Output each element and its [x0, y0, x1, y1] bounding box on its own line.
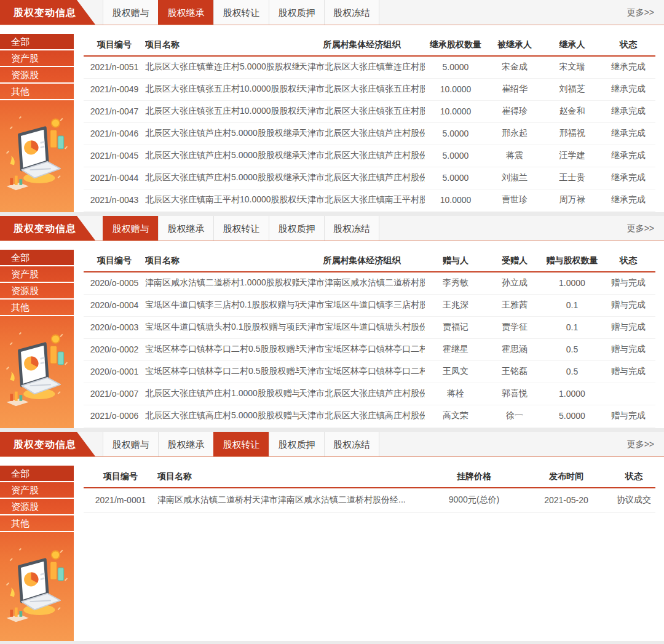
tab-equity-freeze[interactable]: 股权冻结	[324, 216, 379, 241]
table-row[interactable]: 2020/o-0001宝坻区林亭口镇林亭口二村0.5股股权赠与...天津市宝坻区…	[84, 360, 655, 383]
transfer-table: 项目编号项目名称挂牌价格发布时间状态 2021/m-0001津南区咸水沽镇二道桥…	[84, 466, 655, 513]
tab-equity-inheritance[interactable]: 股权继承	[158, 0, 213, 25]
sidebar-item-resource-shares[interactable]: 资源股	[0, 283, 74, 300]
tab-group: 股权赠与 股权继承 股权转让 股权质押 股权冻结	[103, 432, 379, 456]
table-cell: 继承完成	[601, 122, 655, 145]
tab-equity-pledge[interactable]: 股权质押	[269, 432, 324, 456]
sidebar-item-asset-shares[interactable]: 资产股	[0, 266, 74, 283]
tab-equity-gift[interactable]: 股权赠与	[103, 216, 158, 241]
tab-equity-freeze[interactable]: 股权冻结	[324, 432, 379, 456]
table-cell: 蒋震	[486, 145, 543, 167]
table-cell: 崔得珍	[486, 100, 543, 122]
table-cell: 天津市宝坻区林亭口镇林亭口二村...	[299, 360, 425, 383]
tab-equity-inheritance[interactable]: 股权继承	[158, 216, 213, 241]
table-cell: 天津市北辰区大张庄镇高庄村股份...	[299, 405, 425, 427]
tab-equity-pledge[interactable]: 股权质押	[269, 216, 324, 241]
sidebar-item-asset-shares[interactable]: 资产股	[0, 50, 74, 67]
table-cell: 2021/n-0047	[84, 100, 145, 122]
table-row[interactable]: 2021/o-0006北辰区大张庄镇高庄村5.0000股股权赠与...天津市北辰…	[84, 405, 655, 427]
table-cell: 天津市北辰区大张庄镇张五庄村股...	[299, 100, 425, 122]
more-link[interactable]: 更多>>	[627, 432, 654, 457]
sidebar-item-resource-shares[interactable]: 资源股	[0, 499, 74, 515]
table-cell: 2021/o-0007	[84, 383, 145, 405]
table-cell: 北辰区大张庄镇张五庄村10.0000股股权继...	[145, 100, 299, 122]
table-cell: 津南区咸水沽镇二道桥村1.0000股股权赠...	[145, 272, 299, 294]
table-row[interactable]: 2021/n-0049北辰区大张庄镇张五庄村10.0000股股权继...天津市北…	[84, 78, 655, 100]
table-cell: 赠与完成	[601, 338, 655, 360]
table-row[interactable]: 2021/n-0051北辰区大张庄镇董连庄村5.0000股股权继...天津市北辰…	[84, 56, 655, 78]
sidebar-item-asset-shares[interactable]: 资产股	[0, 482, 74, 499]
table-row[interactable]: 2021/n-0047北辰区大张庄镇张五庄村10.0000股股权继...天津市北…	[84, 100, 655, 122]
table-cell: 天津市宝坻区牛道口镇李三店村股...	[299, 294, 425, 316]
panel-equity-inheritance: 股权变动信息 股权赠与 股权继承 股权转让 股权质押 股权冻结 更多>> 全部 …	[0, 0, 664, 212]
column-header: 继承股权数量	[425, 34, 486, 56]
sidebar-item-all[interactable]: 全部	[0, 250, 74, 266]
sidebar-item-other[interactable]: 其他	[0, 300, 74, 316]
sidebar-item-all[interactable]: 全部	[0, 34, 74, 50]
column-header: 项目名称	[145, 250, 299, 272]
panel-equity-transfer: 股权变动信息 股权赠与 股权继承 股权转让 股权质押 股权冻结 更多>> 全部 …	[0, 432, 664, 641]
table-cell: 2021/m-0001	[84, 488, 157, 512]
table-cell: 赵金和	[543, 100, 601, 122]
table-cell: 宝坻区林亭口镇林亭口二村0.5股股权赠与...	[145, 360, 299, 383]
tab-equity-freeze[interactable]: 股权冻结	[324, 0, 379, 25]
table-cell: 贾福记	[425, 316, 486, 338]
tab-equity-pledge[interactable]: 股权质押	[269, 0, 324, 25]
table-row[interactable]: 2021/m-0001津南区咸水沽镇二道桥村天津市津南区咸水沽镇二道桥村股份经.…	[84, 488, 655, 512]
table-row[interactable]: 2021/n-0045北辰区大张庄镇芦庄村5.0000股股权继承...天津市北辰…	[84, 145, 655, 167]
laptop-chart-illustration	[2, 544, 72, 638]
table-cell: 1.0000	[543, 272, 601, 294]
table-cell: 2021/n-0044	[84, 167, 145, 189]
tab-equity-gift[interactable]: 股权赠与	[103, 432, 158, 456]
table-cell: 崔绍华	[486, 78, 543, 100]
table-cell: 天津市北辰区大张庄镇张五庄村股...	[299, 78, 425, 100]
inheritance-table: 项目编号项目名称所属村集体经济组织继承股权数量被继承人继承人状态 2021/n-…	[84, 34, 655, 212]
table-cell: 天津市北辰区大张庄镇芦庄村股份...	[299, 383, 425, 405]
tab-equity-inheritance[interactable]: 股权继承	[158, 432, 213, 456]
table-row[interactable]: 2021/o-0007北辰区大张庄镇芦庄村1.0000股股权赠与...天津市北辰…	[84, 383, 655, 405]
table-cell: 王士贵	[543, 167, 601, 189]
sidebar-illustration-area	[0, 316, 74, 424]
column-header: 状态	[612, 466, 655, 488]
tab-equity-transfer[interactable]: 股权转让	[213, 0, 269, 25]
table-cell: 赠与完成	[601, 272, 655, 294]
column-header: 赠与股权数量	[543, 250, 601, 272]
gift-table: 项目编号项目名称所属村集体经济组织赠与人受赠人赠与股权数量状态 2020/o-0…	[84, 250, 655, 427]
table-cell: 继承完成	[601, 145, 655, 167]
table-cell: 刘福芝	[543, 78, 601, 100]
table-row[interactable]: 2020/o-0005津南区咸水沽镇二道桥村1.0000股股权赠...天津市津南…	[84, 272, 655, 294]
table-cell: 高文荣	[425, 405, 486, 427]
table-cell: 协议成交	[612, 488, 655, 512]
table-cell: 北辰区大张庄镇南王平村10.0000股股权继...	[145, 189, 299, 211]
tab-group: 股权赠与 股权继承 股权转让 股权质押 股权冻结	[103, 216, 379, 241]
table-cell: 王铭磊	[486, 360, 543, 383]
tab-equity-transfer[interactable]: 股权转让	[213, 432, 269, 456]
table-cell: 5.0000	[543, 405, 601, 427]
table-cell: 北辰区大张庄镇董连庄村5.0000股股权继...	[145, 56, 299, 78]
table-row[interactable]: 2020/o-0002宝坻区林亭口镇林亭口二村0.5股股权赠与...天津市宝坻区…	[84, 338, 655, 360]
panel-title-ribbon: 股权变动信息	[0, 432, 95, 456]
table-row[interactable]: 2021/n-0043北辰区大张庄镇南王平村10.0000股股权继...天津市北…	[84, 189, 655, 211]
table-row[interactable]: 2021/n-0044北辰区大张庄镇芦庄村5.0000股股权继承...天津市北辰…	[84, 167, 655, 189]
column-header: 发布时间	[520, 466, 612, 488]
sidebar-item-other[interactable]: 其他	[0, 84, 74, 100]
table-row[interactable]: 2020/o-0004宝坻区牛道口镇李三店村0.1股股权赠与项目天津市宝坻区牛道…	[84, 294, 655, 316]
table-cell: 0.1	[543, 294, 601, 316]
table-row[interactable]: 2020/o-0003宝坻区牛道口镇塘头村0.1股股权赠与项目天津市宝坻区牛道口…	[84, 316, 655, 338]
tab-equity-transfer[interactable]: 股权转让	[213, 216, 269, 241]
tab-equity-gift[interactable]: 股权赠与	[103, 0, 158, 25]
sidebar-item-other[interactable]: 其他	[0, 515, 74, 532]
table-cell: 2020/o-0005	[84, 272, 145, 294]
table-cell: 北辰区大张庄镇张五庄村10.0000股股权继...	[145, 78, 299, 100]
laptop-chart-illustration	[2, 113, 72, 206]
spacer	[0, 457, 664, 466]
table-cell: 天津市北辰区大张庄镇南王平村股...	[299, 189, 425, 211]
table-cell: 赠与完成	[601, 405, 655, 427]
sidebar-item-all[interactable]: 全部	[0, 466, 74, 482]
table-row[interactable]: 2021/n-0046北辰区大张庄镇芦庄村5.0000股股权继承...天津市北辰…	[84, 122, 655, 145]
column-header: 项目名称	[145, 34, 299, 56]
more-link[interactable]: 更多>>	[627, 216, 654, 241]
more-link[interactable]: 更多>>	[627, 0, 654, 25]
sidebar-item-resource-shares[interactable]: 资源股	[0, 67, 74, 84]
table-cell: 宝坻区牛道口镇李三店村0.1股股权赠与项目	[145, 294, 299, 316]
